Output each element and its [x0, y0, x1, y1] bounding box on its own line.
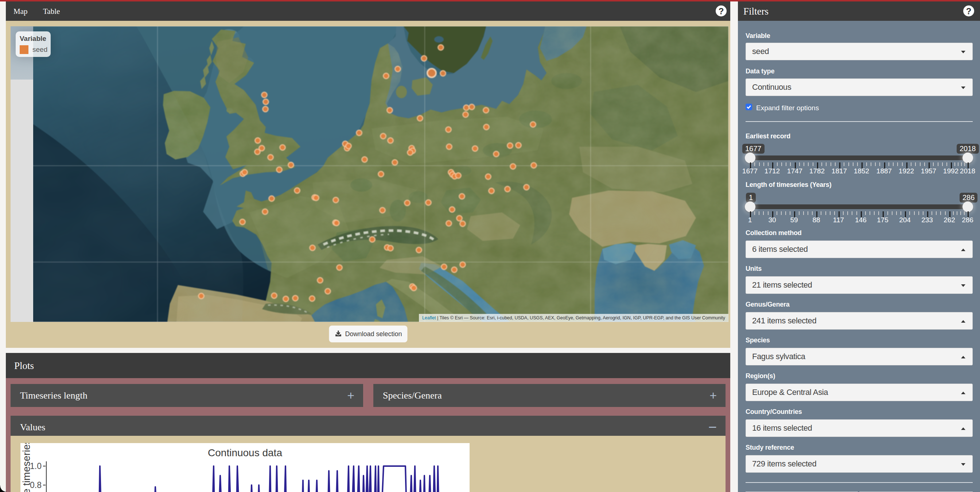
svg-text:Continuous data: Continuous data: [208, 447, 282, 458]
svg-text:0.8: 0.8: [30, 480, 41, 490]
svg-text:1.0: 1.0: [30, 461, 41, 471]
